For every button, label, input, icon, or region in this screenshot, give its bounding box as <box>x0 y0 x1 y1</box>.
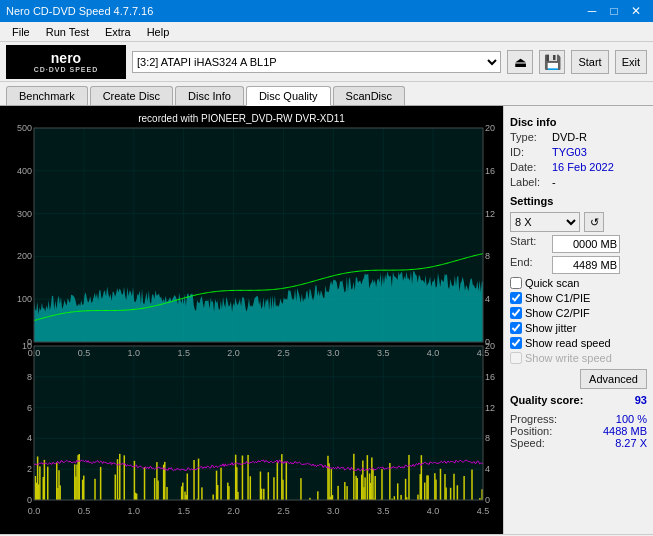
minimize-button[interactable]: ─ <box>581 0 603 22</box>
position-label: Position: <box>510 425 552 437</box>
nero-logo: nero CD·DVD SPEED <box>6 45 126 79</box>
disc-info-title: Disc info <box>510 116 647 128</box>
menu-file[interactable]: File <box>4 24 38 40</box>
quality-score-value: 93 <box>635 394 647 406</box>
start-mb-input[interactable] <box>552 235 620 253</box>
disc-type-label: Type: <box>510 131 548 143</box>
disc-label-value: - <box>552 176 556 188</box>
main-canvas <box>2 108 503 534</box>
right-panel: Disc info Type: DVD-R ID: TYG03 Date: 16… <box>503 106 653 534</box>
show-c2pif-label: Show C2/PIF <box>525 307 590 319</box>
menubar: File Run Test Extra Help <box>0 22 653 42</box>
speed-setting-row: 8 X 4 X 2 X Maximum ↺ <box>510 212 647 232</box>
show-read-speed-checkbox[interactable] <box>510 337 522 349</box>
save-button[interactable]: 💾 <box>539 50 565 74</box>
settings-title: Settings <box>510 195 647 207</box>
disc-type-value: DVD-R <box>552 131 587 143</box>
tab-benchmark[interactable]: Benchmark <box>6 86 88 105</box>
quick-scan-label: Quick scan <box>525 277 579 289</box>
show-read-speed-row: Show read speed <box>510 337 647 349</box>
show-c1pie-checkbox[interactable] <box>510 292 522 304</box>
header: nero CD·DVD SPEED [3:2] ATAPI iHAS324 A … <box>0 42 653 82</box>
show-write-speed-label: Show write speed <box>525 352 612 364</box>
disc-date-value: 16 Feb 2022 <box>552 161 614 173</box>
disc-id-value: TYG03 <box>552 146 587 158</box>
speed-label: Speed: <box>510 437 545 449</box>
advanced-button[interactable]: Advanced <box>580 369 647 389</box>
progress-section: Progress: 100 % Position: 4488 MB Speed:… <box>510 413 647 449</box>
titlebar: Nero CD-DVD Speed 4.7.7.16 ─ □ ✕ <box>0 0 653 22</box>
show-c1pie-row: Show C1/PIE <box>510 292 647 304</box>
show-read-speed-label: Show read speed <box>525 337 611 349</box>
refresh-button[interactable]: ↺ <box>584 212 604 232</box>
menu-help[interactable]: Help <box>139 24 178 40</box>
nero-brand-text: nero <box>51 50 81 66</box>
disc-id-label: ID: <box>510 146 548 158</box>
end-mb-row: End: <box>510 256 647 274</box>
tab-scandisc[interactable]: ScanDisc <box>333 86 405 105</box>
chart-area <box>0 106 503 534</box>
progress-value: 100 % <box>616 413 647 425</box>
exit-button[interactable]: Exit <box>615 50 647 74</box>
tab-disc-quality[interactable]: Disc Quality <box>246 86 331 106</box>
position-row: Position: 4488 MB <box>510 425 647 437</box>
menu-run-test[interactable]: Run Test <box>38 24 97 40</box>
quick-scan-row: Quick scan <box>510 277 647 289</box>
start-mb-row: Start: <box>510 235 647 253</box>
disc-date-label: Date: <box>510 161 548 173</box>
progress-row: Progress: 100 % <box>510 413 647 425</box>
speed-row: Speed: 8.27 X <box>510 437 647 449</box>
tab-create-disc[interactable]: Create Disc <box>90 86 173 105</box>
menu-extra[interactable]: Extra <box>97 24 139 40</box>
start-mb-label: Start: <box>510 235 548 253</box>
progress-label: Progress: <box>510 413 557 425</box>
quality-score-label: Quality score: <box>510 394 583 406</box>
tab-disc-info[interactable]: Disc Info <box>175 86 244 105</box>
show-write-speed-row: Show write speed <box>510 352 647 364</box>
speed-value: 8.27 X <box>615 437 647 449</box>
quality-row: Quality score: 93 <box>510 394 647 406</box>
show-c1pie-label: Show C1/PIE <box>525 292 590 304</box>
eject-button[interactable]: ⏏ <box>507 50 533 74</box>
position-value: 4488 MB <box>603 425 647 437</box>
drive-select[interactable]: [3:2] ATAPI iHAS324 A BL1P <box>132 51 501 73</box>
show-jitter-checkbox[interactable] <box>510 322 522 334</box>
quick-scan-checkbox[interactable] <box>510 277 522 289</box>
end-mb-input[interactable] <box>552 256 620 274</box>
close-button[interactable]: ✕ <box>625 0 647 22</box>
start-button[interactable]: Start <box>571 50 608 74</box>
disc-id-row: ID: TYG03 <box>510 146 647 158</box>
disc-label-label: Label: <box>510 176 548 188</box>
show-jitter-row: Show jitter <box>510 322 647 334</box>
show-c2pif-row: Show C2/PIF <box>510 307 647 319</box>
show-jitter-label: Show jitter <box>525 322 576 334</box>
titlebar-controls: ─ □ ✕ <box>581 0 647 22</box>
disc-label-row: Label: - <box>510 176 647 188</box>
show-c2pif-checkbox[interactable] <box>510 307 522 319</box>
disc-date-row: Date: 16 Feb 2022 <box>510 161 647 173</box>
show-write-speed-checkbox[interactable] <box>510 352 522 364</box>
maximize-button[interactable]: □ <box>603 0 625 22</box>
tabs: Benchmark Create Disc Disc Info Disc Qua… <box>0 82 653 106</box>
disc-type-row: Type: DVD-R <box>510 131 647 143</box>
main-content: Disc info Type: DVD-R ID: TYG03 Date: 16… <box>0 106 653 534</box>
speed-select[interactable]: 8 X 4 X 2 X Maximum <box>510 212 580 232</box>
titlebar-title: Nero CD-DVD Speed 4.7.7.16 <box>6 5 153 17</box>
nero-brand-sub: CD·DVD SPEED <box>34 66 99 73</box>
end-mb-label: End: <box>510 256 548 274</box>
